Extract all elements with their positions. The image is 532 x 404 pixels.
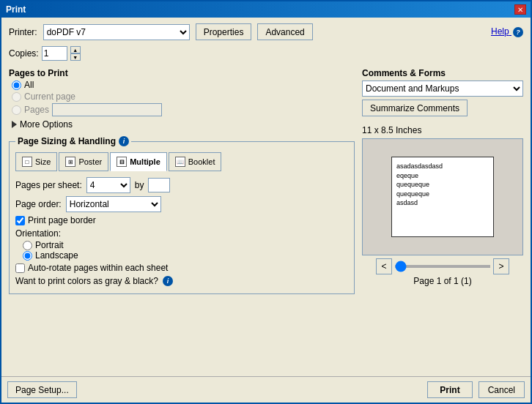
bottom-right-buttons: Print Cancel bbox=[427, 381, 525, 398]
all-label: All bbox=[24, 80, 34, 90]
landscape-radio[interactable] bbox=[23, 251, 32, 261]
page-sizing-title: Page Sizing & Handling i bbox=[15, 136, 131, 146]
pages-to-print-title: Pages to Print bbox=[9, 68, 355, 78]
close-button[interactable]: ✕ bbox=[514, 4, 526, 15]
poster-tab[interactable]: ⊞ Poster bbox=[59, 152, 108, 171]
dialog-title: Print bbox=[6, 4, 26, 15]
page-preview: asadasdasdasd eqeque quequeque quequeque… bbox=[391, 157, 494, 237]
current-page-radio-row: Current page bbox=[12, 91, 355, 102]
copies-spinner: ▲ ▼ bbox=[70, 46, 81, 61]
pages-radio-row: Pages bbox=[12, 103, 355, 116]
bottom-row: Page Setup... Print Cancel bbox=[1, 376, 531, 403]
preview-section: 11 x 8.5 Inches asadasdasdasd eqeque que… bbox=[362, 121, 523, 286]
poster-tab-icon: ⊞ bbox=[65, 157, 75, 167]
portrait-radio[interactable] bbox=[23, 241, 32, 250]
summarize-button[interactable]: Summarize Comments bbox=[362, 100, 468, 116]
print-dialog: Print ✕ Printer: doPDF v7 Properties Adv… bbox=[0, 0, 532, 404]
printer-row: Printer: doPDF v7 Properties Advanced He… bbox=[9, 23, 523, 40]
preview-line-3: quequeque bbox=[396, 180, 489, 190]
current-page-label: Current page bbox=[24, 91, 75, 102]
print-page-border-label: Print page border bbox=[28, 215, 96, 225]
more-options-label: More Options bbox=[20, 119, 73, 130]
portrait-radio-row: Portrait bbox=[15, 240, 348, 250]
preview-line-1: asadasdasdasd bbox=[396, 162, 489, 171]
prev-page-button[interactable]: < bbox=[376, 258, 392, 274]
printer-select[interactable]: doPDF v7 bbox=[43, 24, 190, 40]
next-page-button[interactable]: > bbox=[493, 258, 509, 274]
copies-row: Copies: ▲ ▼ bbox=[9, 46, 523, 61]
page-slider[interactable] bbox=[395, 265, 490, 268]
page-order-row: Page order: Horizontal bbox=[15, 196, 348, 212]
properties-button[interactable]: Properties bbox=[196, 23, 252, 40]
auto-rotate-label: Auto-rotate pages within each sheet bbox=[28, 263, 168, 273]
multiple-tab-icon: ⊟ bbox=[117, 157, 127, 167]
orientation-label: Orientation: bbox=[15, 228, 348, 239]
all-radio[interactable] bbox=[12, 81, 21, 90]
print-button[interactable]: Print bbox=[427, 381, 472, 398]
multiple-tab[interactable]: ⊟ Multiple bbox=[110, 152, 167, 171]
orientation-group: Orientation: Portrait Landscape bbox=[15, 228, 348, 261]
copies-down-button[interactable]: ▼ bbox=[70, 53, 81, 61]
copies-up-button[interactable]: ▲ bbox=[70, 46, 81, 53]
by-label: by bbox=[135, 180, 144, 190]
left-panel: Pages to Print All Current page Pages bbox=[9, 68, 355, 370]
pages-label: Pages bbox=[24, 105, 49, 115]
booklet-tab[interactable]: 📖 Booklet bbox=[169, 152, 222, 171]
landscape-label: Landscape bbox=[35, 250, 78, 261]
comments-forms-select[interactable]: Document and Markups bbox=[362, 81, 523, 97]
size-tab-icon: □ bbox=[22, 157, 32, 167]
help-icon: ? bbox=[513, 27, 523, 37]
preview-line-2: eqeque bbox=[396, 171, 489, 181]
pages-radio-group: All Current page Pages bbox=[9, 80, 355, 116]
more-options-row[interactable]: More Options bbox=[9, 119, 355, 130]
cancel-button[interactable]: Cancel bbox=[479, 381, 525, 398]
pages-input[interactable] bbox=[52, 103, 162, 116]
auto-rotate-row: Auto-rotate pages within each sheet bbox=[15, 263, 348, 273]
pages-to-print-section: Pages to Print All Current page Pages bbox=[9, 68, 355, 130]
current-page-radio[interactable] bbox=[12, 92, 21, 102]
size-tab[interactable]: □ Size bbox=[15, 152, 57, 171]
by-input[interactable] bbox=[148, 178, 170, 192]
auto-rotate-checkbox[interactable] bbox=[15, 263, 25, 273]
pages-radio[interactable] bbox=[12, 105, 21, 115]
dialog-body: Printer: doPDF v7 Properties Advanced He… bbox=[1, 18, 531, 376]
copies-input[interactable] bbox=[42, 46, 67, 61]
page-info: Page 1 of 1 (1) bbox=[362, 276, 523, 286]
help-label: Help bbox=[491, 26, 509, 37]
portrait-label: Portrait bbox=[35, 240, 64, 250]
preview-size-label: 11 x 8.5 Inches bbox=[362, 125, 523, 135]
page-setup-button[interactable]: Page Setup... bbox=[7, 381, 77, 398]
all-radio-row: All bbox=[12, 80, 355, 90]
preview-line-4: quequeque bbox=[396, 190, 489, 199]
page-sizing-info-icon[interactable]: i bbox=[119, 136, 129, 146]
booklet-tab-icon: 📖 bbox=[175, 157, 185, 167]
sizing-tabs: □ Size ⊞ Poster ⊟ Multiple 📖 bbox=[15, 152, 348, 171]
gray-info-icon[interactable]: i bbox=[163, 276, 173, 286]
pages-per-sheet-label: Pages per sheet: bbox=[15, 180, 82, 190]
preview-area: asadasdasdasd eqeque quequeque quequeque… bbox=[362, 138, 523, 255]
comments-forms-title: Comments & Forms bbox=[362, 68, 523, 78]
preview-line-5: asdasd bbox=[396, 198, 489, 208]
main-content: Pages to Print All Current page Pages bbox=[9, 68, 523, 370]
pages-per-sheet-select[interactable]: 4 bbox=[86, 177, 130, 193]
right-panel: Comments & Forms Document and Markups Su… bbox=[362, 68, 523, 370]
more-options-triangle-icon bbox=[12, 121, 17, 128]
page-order-label: Page order: bbox=[15, 199, 62, 209]
help-link[interactable]: Help ? bbox=[491, 26, 523, 37]
comments-forms-section: Comments & Forms Document and Markups Su… bbox=[362, 68, 523, 116]
print-page-border-checkbox[interactable] bbox=[15, 216, 25, 225]
landscape-radio-row: Landscape bbox=[15, 250, 348, 261]
page-order-select[interactable]: Horizontal bbox=[66, 196, 161, 212]
copies-label: Copies: bbox=[9, 48, 39, 59]
nav-row: < > bbox=[362, 258, 523, 274]
gray-question-label: Want to print colors as gray & black? bbox=[15, 276, 158, 286]
gray-question-row: Want to print colors as gray & black? i bbox=[15, 276, 348, 286]
pages-per-sheet-row: Pages per sheet: 4 by bbox=[15, 177, 348, 193]
page-sizing-section: Page Sizing & Handling i □ Size ⊞ Poster bbox=[9, 141, 355, 294]
advanced-button[interactable]: Advanced bbox=[257, 23, 312, 40]
printer-label: Printer: bbox=[9, 27, 37, 37]
print-page-border-row: Print page border bbox=[15, 215, 348, 225]
title-bar: Print ✕ bbox=[1, 1, 531, 18]
